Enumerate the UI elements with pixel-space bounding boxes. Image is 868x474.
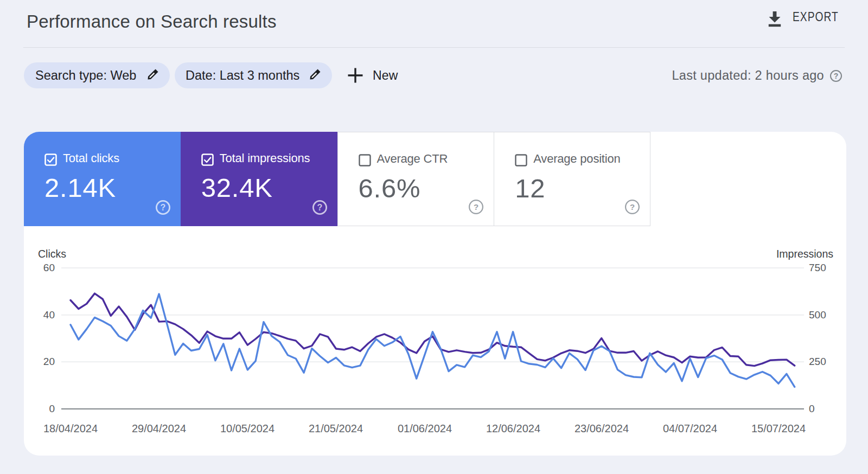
- svg-text:60: 60: [43, 262, 55, 273]
- svg-text:0: 0: [49, 403, 55, 414]
- svg-text:750: 750: [809, 262, 826, 273]
- svg-text:12/06/2024: 12/06/2024: [486, 422, 540, 434]
- svg-text:01/06/2024: 01/06/2024: [398, 422, 452, 434]
- svg-text:20: 20: [43, 356, 55, 367]
- svg-text:10/05/2024: 10/05/2024: [220, 422, 275, 434]
- svg-text:0: 0: [809, 403, 815, 414]
- svg-text:23/06/2024: 23/06/2024: [575, 422, 629, 434]
- svg-text:40: 40: [43, 309, 55, 321]
- svg-text:21/05/2024: 21/05/2024: [309, 422, 363, 434]
- svg-text:250: 250: [809, 356, 826, 367]
- svg-text:15/07/2024: 15/07/2024: [751, 422, 806, 434]
- svg-text:04/07/2024: 04/07/2024: [663, 422, 717, 434]
- svg-text:18/04/2024: 18/04/2024: [43, 422, 98, 434]
- svg-text:Clicks: Clicks: [38, 248, 66, 260]
- svg-text:500: 500: [809, 309, 826, 321]
- svg-text:Impressions: Impressions: [776, 248, 833, 260]
- svg-text:29/04/2024: 29/04/2024: [132, 422, 186, 434]
